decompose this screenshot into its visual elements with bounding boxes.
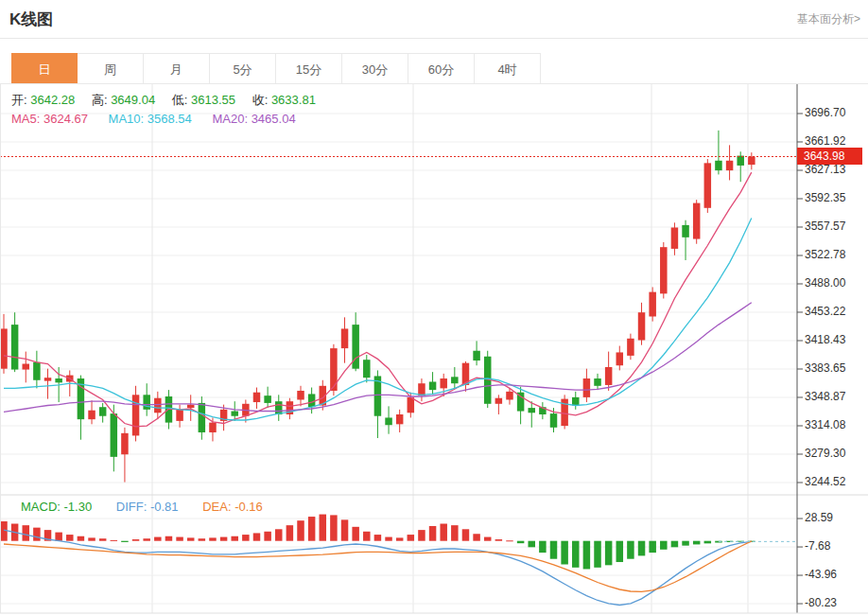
candle-body	[385, 417, 392, 425]
ma10-label: MA10:	[109, 112, 145, 126]
macd-readout: MACD: -1.30 DIFF: -0.81 DEA: -0.16	[21, 500, 263, 514]
candle-body	[572, 397, 580, 406]
main-axis-label: 3279.30	[805, 447, 845, 460]
macd-hist-bar	[616, 541, 624, 562]
macd-hist-bar	[539, 541, 547, 553]
candle-body	[440, 378, 447, 388]
ma5-value: 3624.67	[43, 112, 88, 126]
kline-page: K线图 基本面分析> 日周月5分15分30分60分4时 开: 3642.28 高…	[0, 0, 868, 615]
low-value: 3613.55	[191, 93, 235, 107]
candle-body	[154, 398, 162, 413]
candle-body	[726, 161, 734, 170]
macd-hist-bar	[429, 526, 437, 541]
macd-hist-bar	[275, 529, 283, 540]
candle-body	[660, 247, 668, 293]
macd-hist-bar	[418, 530, 425, 541]
macd-hist-bar	[33, 528, 41, 541]
macd-hist-bar	[374, 535, 382, 541]
macd-hist-bar	[231, 536, 238, 541]
candle-body	[11, 325, 19, 369]
candle-body	[638, 312, 646, 340]
macd-hist-bar	[55, 533, 62, 541]
macd-hist-bar	[66, 535, 74, 541]
macd-axis-label: -43.96	[805, 568, 837, 581]
high-label: 高:	[92, 93, 108, 107]
macd-hist-bar	[99, 538, 107, 540]
macd-hist-bar	[154, 537, 162, 541]
candle-body	[199, 403, 206, 432]
macd-hist-bar	[242, 535, 250, 541]
current-price-badge: 3643.98	[797, 148, 862, 165]
candle-body	[396, 414, 404, 424]
close-value: 3633.81	[271, 93, 316, 107]
macd-hist-bar	[605, 541, 613, 566]
candle-body	[748, 156, 755, 165]
main-axis-label: 3453.22	[805, 305, 845, 318]
candle-body	[605, 367, 613, 385]
macd-hist-bar	[253, 533, 261, 540]
candle-body	[649, 292, 656, 317]
main-axis-label: 3696.70	[805, 106, 845, 119]
macd-hist-bar	[286, 525, 294, 541]
macd-hist-bar	[308, 517, 316, 541]
main-axis-label: 3314.08	[805, 418, 845, 431]
macd-hist-bar	[462, 529, 470, 540]
ohlc-readout: 开: 3642.28 高: 3649.04 低: 3613.55 收: 3633…	[11, 92, 316, 109]
macd-hist-bar	[627, 541, 634, 559]
candle-body	[583, 378, 591, 397]
candle-body	[308, 394, 316, 407]
macd-hist-bar	[495, 539, 503, 541]
macd-hist-bar	[594, 541, 601, 568]
high-value: 3649.04	[111, 93, 155, 107]
candle-body	[88, 411, 95, 419]
macd-hist-bar	[23, 525, 30, 541]
candle-body	[616, 352, 624, 365]
open-value: 3642.28	[30, 93, 75, 107]
macd-hist-bar	[561, 541, 568, 565]
macd-axis-label: -80.23	[805, 596, 837, 609]
macd-hist-bar	[451, 525, 459, 541]
macd-hist-bar	[88, 537, 95, 540]
macd-hist-bar	[0, 521, 8, 541]
candle-body	[693, 203, 701, 239]
candle-body	[352, 325, 359, 369]
candle-body	[704, 163, 712, 207]
macd-hist-bar	[484, 537, 491, 541]
candle-body	[231, 412, 238, 416]
candle-body	[495, 398, 503, 404]
candle-body	[671, 227, 679, 248]
macd-hist-bar	[583, 541, 591, 570]
macd-hist-bar	[264, 532, 271, 541]
macd-hist-bar	[528, 541, 535, 548]
macd-hist-bar	[209, 537, 217, 540]
macd-hist-bar	[330, 515, 338, 540]
low-label: 低:	[172, 93, 188, 107]
candle-body	[187, 405, 195, 408]
main-axis-label: 3661.92	[805, 134, 845, 148]
candle-body	[132, 395, 140, 435]
macd-hist-bar	[517, 541, 525, 543]
candle-body	[341, 328, 349, 348]
close-label: 收:	[252, 93, 269, 107]
macd-hist-bar	[121, 541, 129, 542]
macd-value: -1.30	[64, 500, 93, 514]
candle-body	[363, 360, 371, 378]
candle-body	[44, 378, 52, 380]
macd-hist-bar	[704, 541, 712, 544]
candle-body	[473, 351, 480, 360]
macd-hist-bar	[341, 519, 349, 540]
macd-hist-bar	[506, 540, 513, 541]
ma5-label: MA5:	[11, 112, 40, 126]
open-label: 开:	[11, 93, 27, 107]
macd-hist-bar	[671, 541, 679, 548]
candle-body	[429, 381, 437, 390]
candle-body	[451, 377, 459, 383]
macd-axis-label: -7.68	[805, 539, 830, 553]
main-axis-label: 3522.78	[805, 248, 845, 261]
candle-body	[682, 225, 689, 237]
main-axis-label: 3418.43	[805, 333, 845, 346]
candle-body	[737, 156, 744, 166]
macd-hist-bar	[385, 537, 392, 541]
candle-body	[594, 378, 601, 386]
macd-hist-bar	[638, 541, 646, 556]
